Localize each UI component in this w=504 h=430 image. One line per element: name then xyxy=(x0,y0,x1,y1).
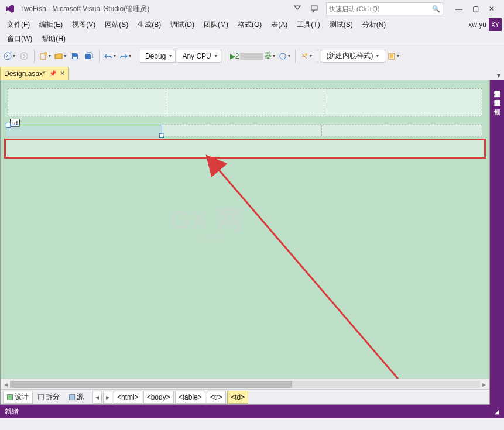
table-cell[interactable] xyxy=(324,89,482,116)
table-cell[interactable] xyxy=(166,89,324,116)
breadcrumb-body[interactable]: <body> xyxy=(143,391,174,404)
svg-point-7 xyxy=(305,53,307,56)
quick-launch-field[interactable] xyxy=(329,5,432,12)
save-button[interactable] xyxy=(68,49,81,63)
selected-cell[interactable] xyxy=(8,125,162,136)
toolbar: ▾ ▾ ▾ ▾ ▾ Debug▾ Any CPU▾ ▶ 2器▾ ▾ ▾ (新建内… xyxy=(0,46,504,66)
panel-tab-solution-explorer[interactable]: 解决方案资源管理器 xyxy=(493,83,502,88)
platform-combo[interactable]: Any CPU▾ xyxy=(177,50,221,63)
breadcrumb-td[interactable]: <td> xyxy=(227,391,248,404)
view-tab-design[interactable]: 设计 xyxy=(3,391,33,404)
table-row-2-remainder[interactable] xyxy=(162,125,482,136)
main-area: td GX 网 system ◂ ▸ 设计 拆分 源 ◂ ▸ xyxy=(0,80,504,405)
scroll-left-icon[interactable]: ◂ xyxy=(2,380,10,388)
svg-rect-0 xyxy=(311,6,317,10)
menu-bar-2: 窗口(W) 帮助(H) xyxy=(0,32,504,46)
nav-forward-button[interactable] xyxy=(18,49,30,63)
menu-bar: 文件(F) 编辑(E) 视图(V) 网站(S) 生成(B) 调试(D) 团队(M… xyxy=(0,18,504,32)
user-name[interactable]: xw yu xyxy=(468,20,486,29)
editor-pane: td GX 网 system ◂ ▸ 设计 拆分 源 ◂ ▸ xyxy=(0,80,490,405)
user-avatar[interactable]: XY xyxy=(489,18,502,31)
config-combo[interactable]: Debug▾ xyxy=(140,50,176,63)
vs-logo-icon xyxy=(5,4,15,14)
document-tab-label: Design.aspx* xyxy=(4,70,46,78)
nav-back-button[interactable]: ▾ xyxy=(2,49,16,63)
view-tab-split[interactable]: 拆分 xyxy=(34,391,64,404)
save-all-button[interactable] xyxy=(83,49,95,63)
menu-build[interactable]: 生成(B) xyxy=(133,18,166,32)
menu-test[interactable]: 测试(S) xyxy=(325,18,358,32)
style-combo[interactable]: (新建内联样式)▾ xyxy=(321,50,385,63)
status-bar: 就绪 ◢ xyxy=(0,405,504,418)
tag-breadcrumb: ◂ ▸ <html> <body> <table> <tr> <td> xyxy=(92,391,248,404)
pin-icon[interactable]: 📌 xyxy=(49,70,56,77)
close-tab-icon[interactable]: ✕ xyxy=(60,70,65,77)
scroll-thumb[interactable] xyxy=(10,381,292,388)
breadcrumb-next-icon[interactable]: ▸ xyxy=(103,391,112,404)
view-mode-tabs: 设计 拆分 源 ◂ ▸ <html> <body> <table> <tr> <… xyxy=(1,389,489,404)
table-row-1[interactable] xyxy=(8,88,482,116)
panel-tab-properties[interactable]: 属性 xyxy=(493,102,502,106)
breadcrumb-tr[interactable]: <tr> xyxy=(207,391,226,404)
scroll-right-icon[interactable]: ▸ xyxy=(480,380,488,388)
breadcrumb-prev-icon[interactable]: ◂ xyxy=(92,391,102,404)
annotation-highlight-box xyxy=(4,139,486,159)
breadcrumb-html[interactable]: <html> xyxy=(114,391,142,404)
title-bar: TwoFish - Microsoft Visual Studio(管理员) 🔍… xyxy=(0,0,504,18)
notifications-icon[interactable] xyxy=(291,2,304,15)
menu-table[interactable]: 表(A) xyxy=(266,18,292,32)
feedback-icon[interactable] xyxy=(308,2,321,15)
resize-grip-icon[interactable]: ◢ xyxy=(495,408,499,415)
watermark: GX 网 system xyxy=(170,203,243,242)
right-tool-rail: 解决方案资源管理器 团队资源管理器 属性 xyxy=(490,80,504,405)
browser-link-button[interactable]: ▾ xyxy=(277,49,292,63)
menu-website[interactable]: 网站(S) xyxy=(100,18,133,32)
style-apply-button[interactable]: ▾ xyxy=(386,49,400,63)
open-file-button[interactable]: ▾ xyxy=(53,49,67,63)
menu-window[interactable]: 窗口(W) xyxy=(2,32,37,46)
document-tab-active[interactable]: Design.aspx* 📌 ✕ xyxy=(0,67,69,80)
svg-point-2 xyxy=(20,53,28,60)
new-project-button[interactable]: ▾ xyxy=(38,49,52,63)
menu-help[interactable]: 帮助(H) xyxy=(37,32,70,46)
menu-view[interactable]: 视图(V) xyxy=(67,18,100,32)
panel-tab-team-explorer[interactable]: 团队资源管理器 xyxy=(493,92,502,97)
menu-debug[interactable]: 调试(D) xyxy=(166,18,199,32)
svg-point-4 xyxy=(44,53,47,55)
search-icon: 🔍 xyxy=(432,5,440,13)
close-button[interactable]: ✕ xyxy=(484,2,499,15)
view-tab-source[interactable]: 源 xyxy=(65,391,88,404)
svg-rect-9 xyxy=(390,54,393,58)
menu-file[interactable]: 文件(F) xyxy=(2,18,35,32)
minimize-button[interactable]: — xyxy=(451,2,467,15)
menu-analyze[interactable]: 分析(N) xyxy=(358,18,391,32)
document-tabs: Design.aspx* 📌 ✕ ▾ xyxy=(0,66,504,80)
undo-button[interactable]: ▾ xyxy=(103,49,117,63)
menu-team[interactable]: 团队(M) xyxy=(199,18,233,32)
tab-overflow-button[interactable]: ▾ xyxy=(493,71,504,80)
svg-rect-5 xyxy=(73,57,77,59)
svg-line-10 xyxy=(217,168,428,379)
quick-launch-input[interactable]: 🔍 xyxy=(326,2,443,15)
table-cell[interactable] xyxy=(8,89,166,116)
menu-format[interactable]: 格式(O) xyxy=(233,18,266,32)
maximize-button[interactable]: ▢ xyxy=(468,2,483,15)
window-title: TwoFish - Microsoft Visual Studio(管理员) xyxy=(20,4,149,14)
menu-tools[interactable]: 工具(T) xyxy=(292,18,324,32)
design-surface[interactable]: td GX 网 system xyxy=(1,80,489,379)
start-debug-button[interactable]: ▶ 2器▾ xyxy=(229,49,277,63)
menu-edit[interactable]: 编辑(E) xyxy=(35,18,67,32)
svg-point-1 xyxy=(4,53,11,60)
breadcrumb-table[interactable]: <table> xyxy=(175,391,205,404)
horizontal-scrollbar[interactable]: ◂ ▸ xyxy=(1,379,489,389)
status-text: 就绪 xyxy=(5,407,19,417)
find-button[interactable]: ▾ xyxy=(299,49,313,63)
redo-button[interactable]: ▾ xyxy=(118,49,132,63)
annotation-arrow xyxy=(176,150,457,379)
